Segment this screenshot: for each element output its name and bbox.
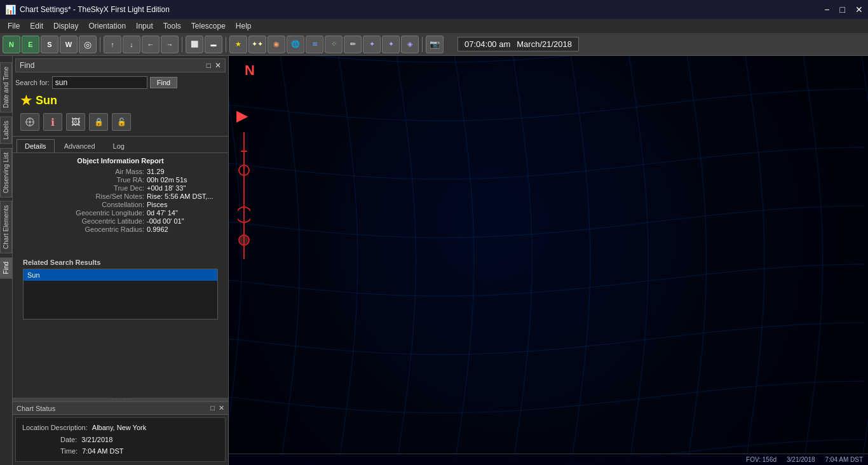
detail-tabs: Details Advanced Log xyxy=(13,139,228,153)
cs-date-row: Date: 3/21/2018 xyxy=(22,434,219,446)
georadius-label: Geocentric Radius: xyxy=(18,226,144,233)
main-content: Date and Time Labels Observing List Char… xyxy=(0,56,868,465)
star-btn[interactable]: ★ xyxy=(229,36,247,53)
w-btn[interactable]: W xyxy=(60,36,78,53)
planet-btn[interactable]: 🌐 xyxy=(287,36,304,53)
object-image-btn[interactable]: 🖼 xyxy=(66,113,85,131)
minimize-btn[interactable]: − xyxy=(824,4,829,15)
star-map[interactable]: N ▶ FOV: 156d 3/21/2018 7:04 AM DST xyxy=(229,56,868,465)
sidebar-tab-labels[interactable]: Labels xyxy=(0,116,12,144)
search-input[interactable] xyxy=(52,76,147,89)
related-title: Related Search Results xyxy=(23,259,218,266)
riseset-value: Rise: 5:56 AM DST,... xyxy=(147,192,223,200)
sun-star-icon: ★ xyxy=(20,93,32,108)
menu-orientation[interactable]: Orientation xyxy=(83,20,131,32)
titlebar: 📊 Chart Settings* - TheSkyX First Light … xyxy=(0,0,868,19)
window-title: Chart Settings* - TheSkyX First Light Ed… xyxy=(20,5,170,14)
info-dec: True Dec: +00d 18' 33" xyxy=(18,184,223,192)
home-btn[interactable]: ◎ xyxy=(79,36,97,53)
sep3 xyxy=(226,37,226,52)
find-controls: Search for: Find xyxy=(15,75,226,90)
left-arrow-btn[interactable]: ← xyxy=(142,36,159,53)
zoom-rect-btn[interactable]: ▬ xyxy=(205,36,222,53)
tab-advanced[interactable]: Advanced xyxy=(56,139,104,152)
object-info-btn[interactable]: ℹ xyxy=(43,113,62,131)
sparkle1-btn[interactable]: ✦ xyxy=(363,36,381,53)
info-riseset: Rise/Set Notes: Rise: 5:56 AM DST,... xyxy=(18,192,223,200)
asterism-btn[interactable]: ✦✦ xyxy=(248,36,266,53)
window-controls[interactable]: − □ ✕ xyxy=(824,4,863,15)
result-sun[interactable]: Sun xyxy=(24,269,217,281)
time-display: 07:04:00 am xyxy=(465,39,510,49)
right-arrow-btn[interactable]: → xyxy=(161,36,179,53)
object-info-panel: Object Information Report Air Mass: 31.2… xyxy=(13,153,228,398)
maximize-btn[interactable]: □ xyxy=(840,4,845,15)
find-title: Find xyxy=(20,61,34,70)
sparkle2-btn[interactable]: ✦ xyxy=(382,36,400,53)
geolon-value: 0d 47' 14" xyxy=(147,209,223,217)
info-geo-lon: Geocentric Longitude: 0d 47' 14" xyxy=(18,209,223,217)
menu-help[interactable]: Help xyxy=(231,20,257,32)
sparkle3-btn[interactable]: ◈ xyxy=(401,36,419,53)
map-canvas xyxy=(229,56,868,465)
find-panel: Find □ ✕ Search for: Find ★ Sun xyxy=(13,56,228,137)
down-arrow-btn[interactable]: ↓ xyxy=(123,36,140,53)
menu-telescope[interactable]: Telescope xyxy=(186,20,231,32)
sidebar-tab-observing[interactable]: Observing List xyxy=(0,148,12,198)
close-btn[interactable]: ✕ xyxy=(855,4,863,15)
galaxy-btn[interactable]: ◉ xyxy=(268,36,285,53)
find-header: Find □ ✕ xyxy=(15,58,226,72)
center-object-btn[interactable] xyxy=(20,113,39,131)
info-scroll[interactable]: Air Mass: 31.29 True RA: 00h 02m 51s Tru… xyxy=(18,167,223,256)
map-time: 7:04 AM DST xyxy=(825,456,863,463)
n-btn[interactable]: N xyxy=(3,36,20,53)
results-list[interactable]: Sun xyxy=(23,269,218,320)
tab-details[interactable]: Details xyxy=(17,139,55,152)
camera-btn[interactable]: 📷 xyxy=(426,36,444,53)
menu-tools[interactable]: Tools xyxy=(158,20,186,32)
find-button[interactable]: Find xyxy=(150,77,177,88)
cs-time-value: 7:04 AM DST xyxy=(82,447,123,455)
sep1 xyxy=(100,37,100,52)
chart-status-title: Chart Status xyxy=(17,405,55,412)
info-ra: True RA: 00h 02m 51s xyxy=(18,176,223,184)
left-panel: Find □ ✕ Search for: Find ★ Sun xyxy=(13,56,229,465)
ra-value: 00h 02m 51s xyxy=(147,176,223,184)
find-minimize-btn[interactable]: □ xyxy=(207,61,211,70)
sidebar-tab-chartelements[interactable]: Chart Elements xyxy=(0,201,12,253)
sep2 xyxy=(182,37,182,52)
sidebar-tab-datetime[interactable]: Date and Time xyxy=(0,62,12,112)
airmass-label: Air Mass: xyxy=(18,168,144,175)
menubar: File Edit Display Orientation Input Tool… xyxy=(0,19,868,33)
constellation-label: Constellation: xyxy=(18,201,144,208)
object-info-title: Object Information Report xyxy=(18,157,223,165)
location-value: Albany, New York xyxy=(92,424,146,431)
find-close-btn[interactable]: ✕ xyxy=(215,61,221,70)
geolat-value: -00d 00' 01" xyxy=(147,217,223,225)
s-btn[interactable]: S xyxy=(41,36,58,53)
cs-minimize-btn[interactable]: □ xyxy=(210,404,215,412)
up-arrow-btn[interactable]: ↑ xyxy=(104,36,121,53)
sidebar-tab-find[interactable]: Find xyxy=(0,257,12,278)
sidebar-tabs: Date and Time Labels Observing List Char… xyxy=(0,56,13,465)
constellation-value: Pisces xyxy=(147,201,223,208)
lock-object-btn[interactable]: 🔒 xyxy=(89,113,108,131)
cluster-btn[interactable]: ⁘ xyxy=(325,36,342,53)
nebula-btn[interactable]: ≋ xyxy=(306,36,323,53)
e-btn[interactable]: E xyxy=(22,36,39,53)
search-label: Search for: xyxy=(15,79,50,86)
cs-time-row: Time: 7:04 AM DST xyxy=(22,445,219,457)
unlock-object-btn[interactable]: 🔓 xyxy=(112,113,131,131)
menu-edit[interactable]: Edit xyxy=(25,20,48,32)
info-geo-lat: Geocentric Latitude: -00d 00' 01" xyxy=(18,217,223,225)
pencil-btn[interactable]: ✏ xyxy=(344,36,362,53)
location-row: Location Description: Albany, New York xyxy=(22,422,219,434)
cs-close-btn[interactable]: ✕ xyxy=(219,404,224,412)
menu-file[interactable]: File xyxy=(3,20,25,32)
tab-log[interactable]: Log xyxy=(105,139,133,152)
menu-input[interactable]: Input xyxy=(131,20,158,32)
zoom-area-btn[interactable]: ⬜ xyxy=(186,36,203,53)
menu-display[interactable]: Display xyxy=(48,20,83,32)
chart-status-controls: □ ✕ xyxy=(210,404,224,412)
cs-date-label: Date: xyxy=(60,436,77,443)
